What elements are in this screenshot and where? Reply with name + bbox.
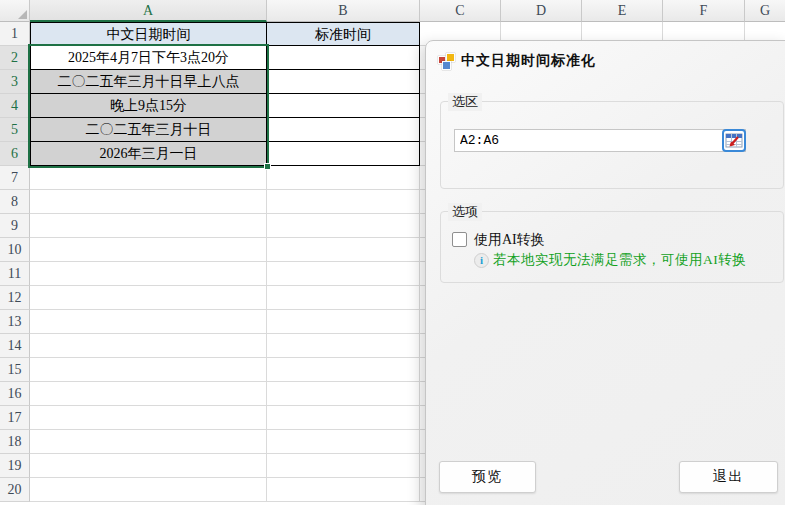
cell-B16[interactable] [267, 382, 420, 406]
row-header-14[interactable]: 14 [0, 334, 30, 358]
cell-A6[interactable]: 2026年三月一日 [30, 142, 267, 166]
selection-fill-handle[interactable] [264, 163, 271, 170]
cell-A17[interactable] [30, 406, 267, 430]
row-header-7[interactable]: 7 [0, 166, 30, 190]
select-all-triangle-icon [18, 10, 27, 19]
dialog-title-row: 中文日期时间标准化 [438, 52, 596, 70]
cell-B8[interactable] [267, 190, 420, 214]
ai-hint-text: 若本地实现无法满足需求，可使用AI转换 [493, 251, 746, 269]
cell-B7[interactable] [267, 166, 420, 190]
cell-B4[interactable] [267, 94, 420, 118]
column-header-C[interactable]: C [420, 0, 501, 22]
column-header-D[interactable]: D [501, 0, 582, 22]
column-header-A[interactable]: A [30, 0, 267, 22]
row-header-5[interactable]: 5 [0, 118, 30, 142]
row-header-13[interactable]: 13 [0, 310, 30, 334]
cell-B10[interactable] [267, 238, 420, 262]
row-header-4[interactable]: 4 [0, 94, 30, 118]
cell-A14[interactable] [30, 334, 267, 358]
cell-A12[interactable] [30, 286, 267, 310]
cell-B17[interactable] [267, 406, 420, 430]
ai-hint-row: i 若本地实现无法满足需求，可使用AI转换 [474, 252, 746, 268]
row-header-20[interactable]: 20 [0, 478, 30, 502]
column-header-B[interactable]: B [267, 0, 420, 22]
cell-B11[interactable] [267, 262, 420, 286]
row-header-10[interactable]: 10 [0, 238, 30, 262]
cell-B6[interactable] [267, 142, 420, 166]
range-picker-button[interactable] [722, 129, 746, 152]
cell-A9[interactable] [30, 214, 267, 238]
row-header-16[interactable]: 16 [0, 382, 30, 406]
cell-A4[interactable]: 晚上9点15分 [30, 94, 267, 118]
cell-A20[interactable] [30, 478, 267, 502]
cell-A1[interactable]: 中文日期时间 [30, 22, 267, 46]
exit-button[interactable]: 退出 [679, 461, 778, 493]
options-group-label: 选项 [448, 203, 482, 221]
cell-B1[interactable]: 标准时间 [267, 22, 420, 46]
row-header-8[interactable]: 8 [0, 190, 30, 214]
row-header-15[interactable]: 15 [0, 358, 30, 382]
row-header-1[interactable]: 1 [0, 22, 30, 46]
cell-B15[interactable] [267, 358, 420, 382]
cell-B13[interactable] [267, 310, 420, 334]
cell-A2[interactable]: 2025年4月7日下午3点20分 [30, 46, 267, 70]
range-field [454, 129, 746, 152]
cell-A10[interactable] [30, 238, 267, 262]
select-all-corner[interactable] [0, 0, 30, 22]
cell-B5[interactable] [267, 118, 420, 142]
row-header-19[interactable]: 19 [0, 454, 30, 478]
selection-group: 选区 [440, 101, 784, 189]
cell-B2[interactable] [267, 46, 420, 70]
cell-B18[interactable] [267, 430, 420, 454]
row-header-6[interactable]: 6 [0, 142, 30, 166]
cell-A11[interactable] [30, 262, 267, 286]
column-header-G[interactable]: G [745, 0, 785, 22]
preview-button[interactable]: 预览 [439, 461, 536, 493]
dialog-chinese-datetime-normalize: 中文日期时间标准化 选区 [425, 40, 785, 505]
winforms-app-icon [438, 53, 455, 70]
row-header-11[interactable]: 11 [0, 262, 30, 286]
info-icon: i [474, 253, 489, 268]
row-header-2[interactable]: 2 [0, 46, 30, 70]
dialog-title: 中文日期时间标准化 [461, 52, 596, 70]
row-header-18[interactable]: 18 [0, 430, 30, 454]
row-header-17[interactable]: 17 [0, 406, 30, 430]
cell-B14[interactable] [267, 334, 420, 358]
cell-A3[interactable]: 二〇二五年三月十日早上八点 [30, 70, 267, 94]
row-header-12[interactable]: 12 [0, 286, 30, 310]
column-header-F[interactable]: F [663, 0, 745, 22]
row-header-9[interactable]: 9 [0, 214, 30, 238]
cell-A5[interactable]: 二〇二五年三月十日 [30, 118, 267, 142]
options-group: 选项 使用AI转换 i 若本地实现无法满足需求，可使用AI转换 [440, 211, 784, 283]
ai-checkbox-row: 使用AI转换 [452, 231, 545, 248]
cell-A13[interactable] [30, 310, 267, 334]
cell-A16[interactable] [30, 382, 267, 406]
range-picker-icon [725, 133, 743, 149]
cell-B9[interactable] [267, 214, 420, 238]
cell-B19[interactable] [267, 454, 420, 478]
cell-A7[interactable] [30, 166, 267, 190]
column-header-E[interactable]: E [582, 0, 663, 22]
cell-A8[interactable] [30, 190, 267, 214]
cell-B20[interactable] [267, 478, 420, 502]
column-header-row: ABCDEFG [0, 0, 785, 22]
ai-convert-checkbox-label[interactable]: 使用AI转换 [474, 231, 545, 249]
cell-B3[interactable] [267, 70, 420, 94]
screen: ABCDEFG 1234567891011121314151617181920 … [0, 0, 785, 505]
cell-A18[interactable] [30, 430, 267, 454]
cell-B12[interactable] [267, 286, 420, 310]
cell-A15[interactable] [30, 358, 267, 382]
selection-group-label: 选区 [448, 93, 482, 111]
cell-A19[interactable] [30, 454, 267, 478]
ai-convert-checkbox[interactable] [452, 232, 467, 247]
range-input[interactable] [455, 130, 721, 151]
row-header-3[interactable]: 3 [0, 70, 30, 94]
